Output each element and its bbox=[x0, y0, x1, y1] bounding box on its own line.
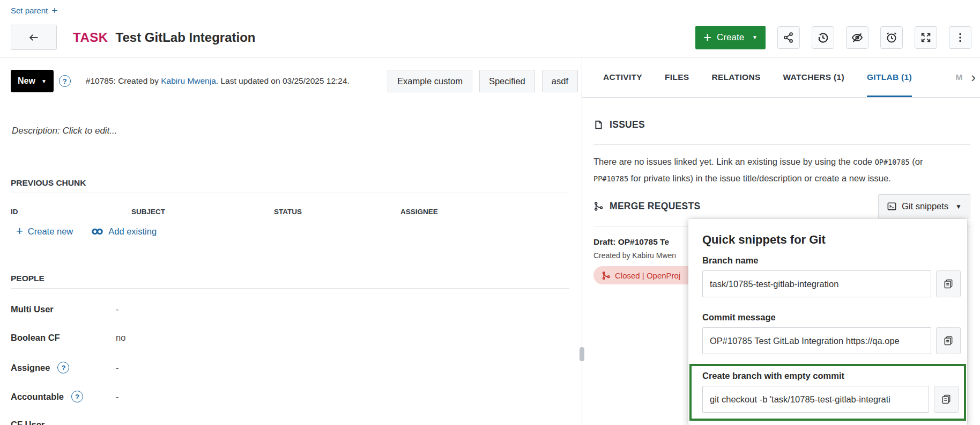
field-label: Accountable ? bbox=[11, 391, 116, 402]
chevron-down-icon: ▼ bbox=[752, 34, 758, 40]
work-package-type[interactable]: TASK bbox=[73, 30, 108, 45]
tab-activity[interactable]: ACTIVITY bbox=[603, 57, 642, 97]
chevron-right-icon[interactable]: › bbox=[971, 70, 976, 84]
column-header-id: ID bbox=[11, 208, 18, 216]
field-value[interactable]: - bbox=[116, 392, 119, 402]
field-row-multi-user: Multi User - bbox=[11, 303, 119, 316]
detail-tabs: ACTIVITY FILES RELATIONS WATCHERS (1) GI… bbox=[582, 57, 980, 98]
link-icon bbox=[91, 228, 103, 236]
field-value[interactable]: - bbox=[116, 363, 119, 373]
baseline-history-button[interactable] bbox=[812, 26, 834, 49]
previous-chunk-heading: PREVIOUS CHUNK bbox=[11, 178, 86, 188]
chevron-down-icon: ▼ bbox=[41, 78, 47, 84]
status-help-icon[interactable]: ? bbox=[59, 75, 71, 87]
tab-gitlab[interactable]: GITLAB (1) bbox=[867, 57, 912, 97]
section-divider bbox=[11, 193, 569, 193]
field-row-accountable: Accountable ? - bbox=[11, 390, 119, 403]
copy-icon bbox=[943, 335, 954, 346]
set-parent-link[interactable]: Set parent + bbox=[11, 5, 57, 16]
tab-overflow: M › bbox=[955, 57, 980, 97]
issues-icon bbox=[593, 120, 604, 130]
fullscreen-button[interactable] bbox=[915, 26, 937, 49]
field-row-assignee: Assignee ? - bbox=[11, 361, 119, 374]
commit-message-label: Commit message bbox=[702, 312, 961, 323]
field-row-boolean-cf: Boolean CF no bbox=[11, 331, 125, 344]
create-button-label: Create bbox=[717, 32, 744, 43]
eye-slash-icon bbox=[851, 31, 864, 44]
copy-commit-message-button[interactable] bbox=[936, 327, 961, 354]
share-button[interactable] bbox=[777, 26, 800, 49]
header-toolbar: + Create ▼ bbox=[695, 26, 971, 49]
field-value[interactable]: - bbox=[116, 304, 119, 314]
copy-icon bbox=[941, 394, 952, 405]
description-field[interactable]: Description: Click to edit... bbox=[12, 126, 117, 136]
create-branch-label: Create branch with empty commit bbox=[702, 371, 959, 381]
create-branch-command-input[interactable] bbox=[702, 386, 929, 413]
specified-button[interactable]: Specified bbox=[479, 70, 535, 92]
chevron-down-icon: ▼ bbox=[955, 203, 962, 210]
create-branch-group-highlighted: Create branch with empty commit bbox=[689, 364, 966, 421]
section-divider bbox=[593, 144, 970, 145]
plus-icon: + bbox=[16, 225, 23, 237]
quick-snippets-popup: Quick snippets for Git Branch name Commi… bbox=[688, 219, 967, 425]
plus-icon: + bbox=[703, 30, 711, 44]
tab-truncated[interactable]: M bbox=[955, 72, 962, 82]
status-row: New ▼ ? #10785: Created by Kabiru Mwenja… bbox=[11, 70, 578, 92]
merge-request-icon bbox=[602, 271, 611, 280]
column-header-subject: SUBJECT bbox=[131, 208, 165, 216]
branch-name-group: Branch name bbox=[702, 255, 961, 297]
op-code: OP#10785 bbox=[875, 158, 910, 166]
copy-icon bbox=[943, 279, 954, 289]
create-button[interactable]: + Create ▼ bbox=[695, 26, 766, 49]
example-custom-button[interactable]: Example custom bbox=[388, 70, 472, 92]
panel-resize-handle[interactable] bbox=[580, 347, 584, 361]
copy-create-branch-button[interactable] bbox=[934, 386, 959, 413]
column-header-status: STATUS bbox=[274, 208, 302, 216]
reminder-button[interactable] bbox=[880, 26, 903, 49]
copy-branch-name-button[interactable] bbox=[936, 270, 961, 297]
history-clock-icon bbox=[816, 31, 829, 44]
alarm-clock-icon bbox=[885, 31, 898, 44]
tab-relations[interactable]: RELATIONS bbox=[711, 57, 760, 97]
column-header-assignee: ASSIGNEE bbox=[400, 208, 438, 216]
create-new-link[interactable]: + Create new bbox=[16, 225, 73, 237]
branch-name-input[interactable] bbox=[702, 270, 931, 297]
add-existing-link[interactable]: Add existing bbox=[91, 226, 157, 237]
field-label: Assignee ? bbox=[11, 362, 116, 373]
plus-icon: + bbox=[51, 5, 57, 16]
popup-title: Quick snippets for Git bbox=[702, 233, 961, 247]
kebab-icon bbox=[954, 32, 966, 43]
relation-actions: + Create new Add existing bbox=[16, 225, 157, 237]
merge-requests-header: MERGE REQUESTS Git snippets ▼ bbox=[593, 194, 970, 218]
git-snippets-dropdown[interactable]: Git snippets ▼ bbox=[878, 194, 970, 218]
set-parent-label: Set parent bbox=[11, 6, 48, 15]
merge-requests-heading: MERGE REQUESTS bbox=[593, 201, 701, 212]
work-package-header: TASK Test GitLab Integration + Create ▼ bbox=[11, 25, 971, 50]
assignee-help-icon[interactable]: ? bbox=[57, 362, 69, 373]
field-value[interactable]: no bbox=[116, 333, 125, 343]
author-link[interactable]: Kabiru Mwenja bbox=[161, 76, 216, 85]
section-divider bbox=[11, 288, 569, 289]
asdf-button[interactable]: asdf bbox=[542, 70, 578, 92]
issues-empty-text: There are no issues linked yet. Link an … bbox=[593, 153, 970, 187]
commit-message-input[interactable] bbox=[702, 327, 931, 354]
more-menu-button[interactable] bbox=[949, 26, 971, 49]
accountable-help-icon[interactable]: ? bbox=[71, 391, 83, 402]
field-label: Boolean CF bbox=[11, 333, 116, 343]
merge-request-icon bbox=[593, 201, 604, 211]
pp-code: PP#10785 bbox=[593, 174, 628, 183]
back-button[interactable] bbox=[11, 25, 57, 50]
tab-files[interactable]: FILES bbox=[665, 57, 689, 97]
branch-name-label: Branch name bbox=[702, 255, 961, 266]
unwatch-button[interactable] bbox=[846, 26, 868, 49]
share-icon bbox=[783, 32, 795, 43]
fullscreen-icon bbox=[920, 32, 932, 43]
tab-watchers[interactable]: WATCHERS (1) bbox=[783, 57, 844, 97]
issues-heading: ISSUES bbox=[593, 119, 970, 130]
status-dropdown[interactable]: New ▼ bbox=[11, 70, 54, 92]
terminal-icon bbox=[887, 201, 897, 211]
status-label: New bbox=[18, 76, 35, 86]
page-title[interactable]: Test GitLab Integration bbox=[116, 30, 256, 45]
work-package-meta: #10785: Created by Kabiru Mwenja. Last u… bbox=[86, 76, 350, 86]
merge-request-status-badge: Closed | OpenProj bbox=[593, 266, 701, 284]
